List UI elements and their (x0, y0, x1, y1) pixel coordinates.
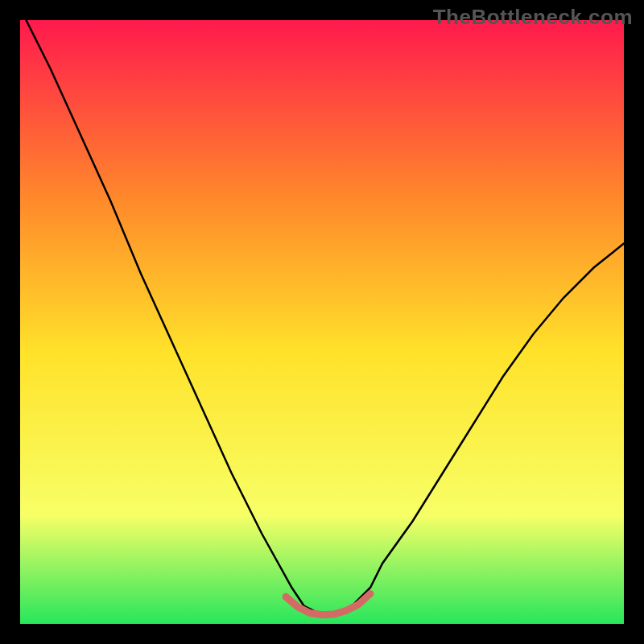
plot-svg (20, 20, 624, 624)
chart-frame: TheBottleneck.com (0, 0, 644, 644)
plot-area (20, 20, 624, 624)
watermark-label: TheBottleneck.com (433, 5, 633, 30)
gradient-background (20, 20, 624, 624)
